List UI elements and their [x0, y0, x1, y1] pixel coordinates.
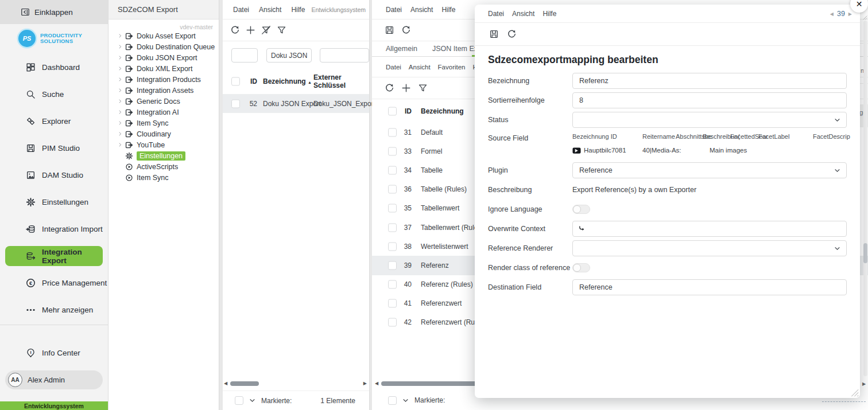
scroll-left-icon[interactable]: ◀ — [224, 381, 227, 386]
save-button[interactable] — [489, 29, 499, 39]
expand-chevron-icon[interactable] — [118, 66, 125, 71]
expand-chevron-icon[interactable] — [118, 77, 125, 82]
previous-record-icon[interactable]: ◀ — [830, 11, 834, 17]
scrollbar-thumb[interactable] — [863, 243, 867, 263]
expand-chevron-icon[interactable] — [118, 131, 125, 136]
sort-order-input[interactable] — [572, 92, 847, 108]
tree-item-activescripts[interactable]: ActiveScripts — [108, 161, 219, 172]
resize-grip-icon[interactable] — [848, 386, 859, 397]
next-record-icon[interactable]: ▶ — [848, 11, 852, 17]
save-button[interactable] — [385, 25, 394, 35]
row-checkbox[interactable] — [388, 280, 397, 289]
menu-item-ansicht[interactable]: Ansicht — [409, 64, 431, 71]
expand-chevron-icon[interactable] — [118, 99, 125, 104]
chevron-down-icon[interactable] — [249, 397, 256, 404]
sidebar-item-dam-studio[interactable]: DAM Studio — [0, 162, 108, 189]
sidebar-item-explorer[interactable]: Explorer — [0, 108, 108, 135]
row-checkbox[interactable] — [388, 185, 397, 194]
menu-item-datei[interactable]: Datei — [233, 6, 249, 14]
marked-checkbox[interactable] — [235, 396, 243, 405]
menu-item-hilfe[interactable]: Hilfe — [542, 10, 556, 18]
collapse-sidebar-button[interactable]: Einklappen — [0, 0, 108, 24]
column-header-id[interactable]: ID — [405, 107, 412, 115]
row-checkbox[interactable] — [388, 147, 397, 155]
row-checkbox[interactable] — [388, 166, 397, 174]
row-checkbox[interactable] — [388, 299, 397, 308]
scroll-right-icon[interactable]: ▶ — [363, 381, 367, 386]
tree-item-integration-assets[interactable]: Integration Assets — [108, 85, 219, 96]
filter-name-input[interactable] — [266, 48, 312, 63]
tree-item-doku-xml-export[interactable]: Doku XML Export — [108, 63, 219, 74]
sidebar-item-einstellungen[interactable]: Einstellungen — [0, 189, 108, 216]
marked-checkbox[interactable] — [388, 396, 397, 405]
row-checkbox[interactable] — [388, 128, 397, 136]
row-checkbox[interactable] — [388, 204, 397, 213]
row-checkbox[interactable] — [388, 261, 397, 270]
refresh-button[interactable] — [385, 83, 394, 93]
column-header-name[interactable]: Bezeichnung — [421, 107, 464, 115]
sidebar-item-integration-export[interactable]: Integration Export — [5, 246, 103, 266]
select-all-checkbox[interactable] — [231, 77, 240, 86]
menu-item-hilfe[interactable]: Hilfe — [441, 6, 455, 14]
column-header-name[interactable]: Bezeichnung ▲ — [263, 77, 312, 85]
refresh-button[interactable] — [507, 29, 517, 39]
destination-field-input[interactable] — [572, 279, 847, 295]
row-checkbox[interactable] — [388, 318, 397, 327]
menu-item-datei[interactable]: Datei — [488, 10, 504, 18]
expand-chevron-icon[interactable] — [118, 88, 125, 93]
tree-item-doku-json-export[interactable]: Doku JSON Export — [108, 52, 219, 63]
expand-chevron-icon[interactable] — [118, 120, 125, 126]
filter-button[interactable] — [418, 83, 428, 93]
refresh-button[interactable] — [401, 25, 411, 35]
horizontal-scrollbar[interactable]: ◀ ▶ — [223, 380, 369, 388]
sidebar-item-mehr-anzeigen[interactable]: Mehr anzeigen — [0, 296, 108, 323]
resize-grip-icon[interactable] — [862, 15, 867, 20]
filter-button[interactable] — [277, 25, 286, 35]
tree-item-cloudinary[interactable]: Cloudinary — [108, 128, 219, 139]
add-button[interactable] — [401, 83, 411, 93]
bezeichnung-input[interactable] — [572, 73, 847, 89]
status-select[interactable] — [572, 112, 847, 128]
row-checkbox[interactable] — [388, 242, 397, 251]
scroll-right-icon[interactable]: ▶ — [862, 381, 866, 386]
menu-item-ansicht[interactable]: Ansicht — [410, 6, 433, 14]
clear-filter-button[interactable] — [261, 25, 271, 35]
expand-chevron-icon[interactable] — [118, 110, 125, 115]
menu-item-datei[interactable]: Datei — [386, 6, 402, 14]
tree-item-integration-products[interactable]: Integration Products — [108, 74, 219, 85]
menu-item-ansicht[interactable]: Ansicht — [512, 10, 534, 18]
sidebar-item-dashboard[interactable]: Dashboard — [0, 54, 108, 81]
expand-chevron-icon[interactable] — [118, 55, 125, 60]
overwrite-context-input[interactable] — [572, 221, 847, 237]
column-header-id[interactable]: ID — [242, 77, 257, 85]
tree-item-einstellungen[interactable]: Einstellungen — [108, 150, 219, 161]
select-all-checkbox[interactable] — [388, 107, 397, 115]
scrollbar-thumb[interactable] — [230, 381, 259, 386]
table-row[interactable]: 52 Doku JSON Export Doku_JSON_Export — [223, 94, 369, 113]
reference-renderer-select[interactable] — [572, 240, 847, 256]
tree-item-generic-docs[interactable]: Generic Docs — [108, 96, 219, 107]
expand-chevron-icon[interactable] — [118, 33, 125, 38]
scroll-left-icon[interactable]: ◀ — [375, 381, 378, 386]
menu-item-hilfe[interactable]: Hilfe — [291, 6, 305, 14]
tree-item-youtube[interactable]: YouTube — [108, 139, 219, 150]
tree-item-item-sync[interactable]: Item Sync — [108, 118, 219, 128]
menu-item-favoriten[interactable]: Favoriten — [438, 64, 466, 71]
tab-allgemein[interactable]: Allgemein — [386, 45, 417, 53]
filter-id-input[interactable] — [231, 48, 258, 63]
tree-item-doku-destination-queue[interactable]: Doku Destination Queue — [108, 41, 219, 52]
render-class-toggle[interactable] — [572, 263, 590, 272]
chevron-down-icon[interactable] — [402, 397, 409, 404]
menu-item-datei[interactable]: Datei — [386, 64, 401, 71]
user-menu[interactable]: AA Alex Admin — [5, 370, 103, 389]
row-checkbox[interactable] — [231, 99, 240, 108]
vertical-scrollbar[interactable] — [863, 21, 867, 376]
sidebar-item-integration-import[interactable]: Integration Import — [0, 216, 108, 243]
refresh-button[interactable] — [230, 25, 240, 35]
tree-item-integration-ai[interactable]: Integration AI — [108, 107, 219, 118]
sidebar-item-suche[interactable]: Suche — [0, 81, 108, 108]
expand-chevron-icon[interactable] — [118, 142, 125, 147]
column-header-key[interactable]: Externer Schlüssel — [313, 73, 369, 89]
add-button[interactable] — [246, 25, 255, 35]
source-field-value[interactable]: Hauptbilc7081 — [572, 147, 626, 154]
